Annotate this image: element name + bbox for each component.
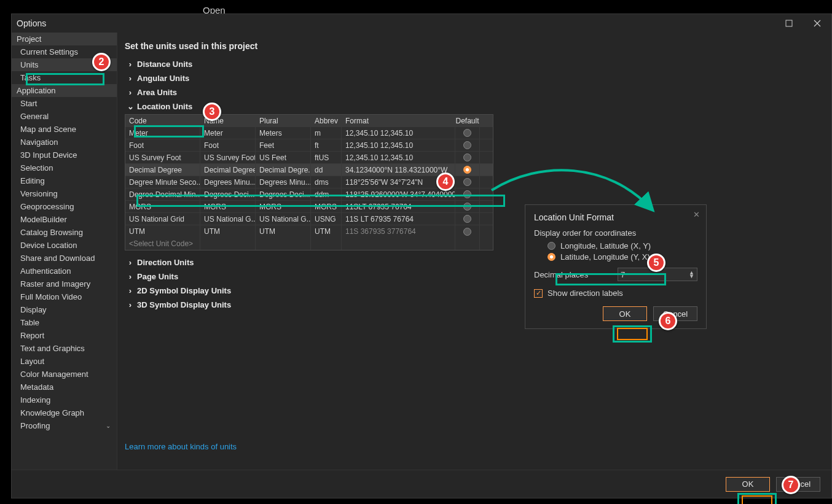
cell-default-radio[interactable] <box>455 176 480 188</box>
sidebar-item-geoprocessing[interactable]: Geoprocessing <box>12 200 117 213</box>
section-area-units[interactable]: ›Area Units <box>125 85 822 99</box>
cell-plural[interactable]: Feet <box>256 139 311 151</box>
table-row[interactable]: Decimal DegreeDecimal DegreeDecimal Degr… <box>125 164 493 176</box>
table-row[interactable]: US National GridUS National G...US Natio… <box>125 213 493 225</box>
col-default[interactable]: Default <box>455 115 480 126</box>
table-row[interactable]: Degree Decimal Min...Degrees Deci...Degr… <box>125 188 493 201</box>
cell-code[interactable]: MGRS <box>125 201 200 212</box>
sidebar-item-selection[interactable]: Selection <box>12 161 117 174</box>
radio-lat-lon[interactable]: Latitude, Longitude (Y, X) <box>547 252 697 262</box>
cell-format[interactable]: 12,345.10 12,345.10 <box>342 139 455 151</box>
cell-code[interactable]: UTM <box>125 225 200 238</box>
sidebar-item-text-and-graphics[interactable]: Text and Graphics <box>12 342 117 355</box>
sidebar-item-color-management[interactable]: Color Management <box>12 368 117 381</box>
sidebar-item-map-and-scene[interactable]: Map and Scene <box>12 123 117 136</box>
sidebar-item-share-and-download[interactable]: Share and Download <box>12 252 117 265</box>
cell-plural[interactable]: US Feet <box>256 152 311 163</box>
cell-format[interactable]: 11SLT 67935 76764 <box>342 201 455 212</box>
cell-format[interactable]: 11S 367935 3776764 <box>342 225 455 238</box>
sidebar-item-device-location[interactable]: Device Location <box>12 239 117 252</box>
cell-name[interactable]: Foot <box>200 139 256 151</box>
table-row[interactable]: US Survey FootUS Survey FootUS FeetftUS1… <box>125 152 493 164</box>
cell-abbrev[interactable]: ddm <box>311 188 342 200</box>
cell-code[interactable]: Foot <box>125 139 200 151</box>
cell-name[interactable]: US National G... <box>200 213 256 225</box>
cell-format[interactable]: 118°25.9260000'W 34°7.4040000'N <box>342 188 455 200</box>
cell-abbrev[interactable]: USNG <box>311 213 342 225</box>
section-angular-units[interactable]: ›Angular Units <box>125 71 822 85</box>
section-location-units[interactable]: ⌄Location Units <box>125 99 822 114</box>
cell-name[interactable]: US Survey Foot <box>200 152 256 163</box>
cell-default-radio[interactable] <box>455 164 480 176</box>
cell-abbrev[interactable]: dms <box>311 176 342 188</box>
sidebar-item-knowledge-graph[interactable]: Knowledge Graph <box>12 406 117 419</box>
col-abbrev[interactable]: Abbrev <box>311 115 342 126</box>
sidebar-item-start[interactable]: Start <box>12 97 117 110</box>
cell-name[interactable]: UTM <box>200 225 256 238</box>
sidebar-item-table[interactable]: Table <box>12 316 117 329</box>
sidebar-item-3d-input-device[interactable]: 3D Input Device <box>12 149 117 161</box>
cell-abbrev[interactable]: ft <box>311 139 342 151</box>
section-distance-units[interactable]: ›Distance Units <box>125 57 822 71</box>
sidebar-item-modelbuilder[interactable]: ModelBuilder <box>12 213 117 226</box>
cell-plural[interactable]: Degrees Minu... <box>256 176 311 188</box>
cell-plural[interactable]: UTM <box>256 225 311 238</box>
cell-default-radio[interactable] <box>455 152 480 163</box>
maximize-button[interactable] <box>775 14 803 33</box>
cell-abbrev[interactable]: ftUS <box>311 152 342 163</box>
cell-abbrev[interactable]: UTM <box>311 225 342 238</box>
sidebar-item-indexing[interactable]: Indexing <box>12 394 117 406</box>
sidebar-item-proofing[interactable]: Proofing⌄ <box>12 419 117 432</box>
radio-lon-lat[interactable]: Longitude, Latitude (X, Y) <box>547 241 697 250</box>
cell-code[interactable]: Degree Minute Seco... <box>125 176 200 188</box>
cell-default-radio[interactable] <box>455 127 480 139</box>
section-2d-symbol-display-units[interactable]: ›2D Symbol Display Units <box>125 284 822 298</box>
section-direction-units[interactable]: ›Direction Units <box>125 255 822 269</box>
cell-name[interactable]: Decimal Degree <box>200 164 256 176</box>
col-format[interactable]: Format <box>342 115 455 126</box>
cell-plural[interactable]: Degrees Deci... <box>256 188 311 200</box>
cell-format[interactable]: 34.1234000°N 118.4321000°W <box>342 164 455 176</box>
table-row[interactable]: FootFootFeetft12,345.10 12,345.10 <box>125 139 493 152</box>
cell-code[interactable]: Degree Decimal Min... <box>125 188 200 200</box>
sidebar-item-report[interactable]: Report <box>12 329 117 342</box>
cell-name[interactable]: MGRS <box>200 201 256 212</box>
cell-plural[interactable]: Decimal Degre... <box>256 164 311 176</box>
sidebar-item-navigation[interactable]: Navigation <box>12 136 117 149</box>
cell-default-radio[interactable] <box>455 201 480 212</box>
close-button[interactable] <box>803 14 831 33</box>
spinner-arrows-icon[interactable]: ▲▼ <box>689 271 694 278</box>
cell-name[interactable]: Degrees Minu... <box>200 176 256 188</box>
cell-default-radio[interactable] <box>455 225 480 238</box>
sidebar-item-versioning[interactable]: Versioning <box>12 187 117 200</box>
sidebar-item-display[interactable]: Display <box>12 303 117 316</box>
table-row-placeholder[interactable]: <Select Unit Code> <box>125 238 493 250</box>
select-unit-placeholder[interactable]: <Select Unit Code> <box>125 238 200 250</box>
cell-name[interactable]: Meter <box>200 127 256 139</box>
sidebar-item-full-motion-video[interactable]: Full Motion Video <box>12 290 117 303</box>
sidebar-item-general[interactable]: General <box>12 110 117 123</box>
cell-abbrev[interactable]: dd <box>311 164 342 176</box>
cell-code[interactable]: Decimal Degree <box>125 164 200 176</box>
section-3d-symbol-display-units[interactable]: ›3D Symbol Display Units <box>125 298 822 312</box>
cell-code[interactable]: US National Grid <box>125 213 200 225</box>
cell-plural[interactable]: MGRS <box>256 201 311 212</box>
sidebar-item-tasks[interactable]: Tasks <box>12 71 117 84</box>
ok-button[interactable]: OK <box>726 477 770 492</box>
sidebar-item-layout[interactable]: Layout <box>12 355 117 368</box>
sidebar-item-authentication[interactable]: Authentication <box>12 265 117 277</box>
section-page-units[interactable]: ›Page Units <box>125 269 822 284</box>
cell-plural[interactable]: US National G... <box>256 213 311 225</box>
cell-default-radio[interactable] <box>455 139 480 151</box>
cell-code[interactable]: Meter <box>125 127 200 139</box>
cell-default-radio[interactable] <box>455 213 480 225</box>
sidebar-item-raster-and-imagery[interactable]: Raster and Imagery <box>12 277 117 290</box>
col-code[interactable]: Code <box>125 115 200 126</box>
cell-abbrev[interactable]: m <box>311 127 342 139</box>
cell-format[interactable]: 11S LT 67935 76764 <box>342 213 455 225</box>
show-direction-labels-checkbox[interactable]: ✓ Show direction labels <box>534 289 697 298</box>
learn-more-link[interactable]: Learn more about kinds of units <box>125 442 237 451</box>
table-row[interactable]: UTMUTMUTMUTM11S 367935 3776764 <box>125 225 493 238</box>
sidebar-item-metadata[interactable]: Metadata <box>12 381 117 394</box>
table-row[interactable]: MeterMeterMetersm12,345.10 12,345.10 <box>125 127 493 139</box>
